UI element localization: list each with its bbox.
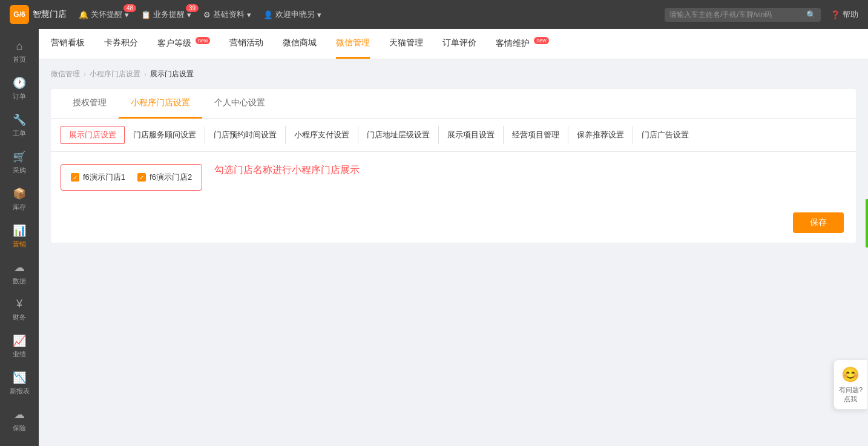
tab-auth[interactable]: 授权管理 <box>61 89 119 119</box>
topnav-item-task[interactable]: 📋 业务提醒 39 ▾ <box>141 9 191 20</box>
secnav-activity[interactable]: 营销活动 <box>229 29 263 59</box>
subtab-maintenance[interactable]: 保养推荐设置 <box>568 126 633 144</box>
sidebar-item-purchase[interactable]: 🛒 采购 <box>0 144 39 181</box>
store-label-2: f6演示门店2 <box>150 172 192 183</box>
save-button[interactable]: 保存 <box>793 212 844 233</box>
tab-personal[interactable]: 个人中心设置 <box>202 89 277 119</box>
topnav-item-user[interactable]: 👤 欢迎申晓另 ▾ <box>263 9 321 20</box>
subtab-booking-time[interactable]: 门店预约时间设置 <box>205 126 286 144</box>
subtab-display-items[interactable]: 展示项目设置 <box>439 126 504 144</box>
main-layout: ⌂ 首页 🕐 订单 🔧 工单 🛒 采购 📦 库存 📊 营销 ☁ 数据 ¥ <box>0 29 868 446</box>
search-area: 🔍 <box>665 8 821 22</box>
bell-badge: 48 <box>123 4 136 12</box>
report-icon: 📉 <box>13 371 26 384</box>
store-checkbox-2[interactable]: ✓ <box>137 173 146 182</box>
insurance-icon: ☁ <box>14 408 25 421</box>
secnav-level[interactable]: 客户等级 new <box>157 29 210 59</box>
home-icon: ⌂ <box>16 40 23 53</box>
level-badge: new <box>196 37 211 44</box>
checkmark-icon-1: ✓ <box>73 174 77 181</box>
store-item-1[interactable]: ✓ f6演示门店1 <box>71 172 125 183</box>
help-widget[interactable]: 😊 有问题? 点我 <box>833 359 868 410</box>
workorder-icon: 🔧 <box>13 113 26 126</box>
sidebar-item-marketing[interactable]: 📊 营销 <box>0 218 39 255</box>
tabs-row: 授权管理 小程序门店设置 个人中心设置 <box>51 89 856 119</box>
breadcrumb: 微信管理 › 小程序门店设置 › 展示门店设置 <box>51 69 856 79</box>
stores-box: ✓ f6演示门店1 ✓ f6演示门店2 <box>61 164 202 191</box>
data-icon: ☁ <box>14 261 25 274</box>
topnav-item-bell[interactable]: 🔔 关怀提醒 48 ▾ <box>79 9 129 20</box>
subtab-biz-mgmt[interactable]: 经营项目管理 <box>504 126 568 144</box>
subtab-display-store[interactable]: 展示门店设置 <box>61 126 125 144</box>
store-item-2[interactable]: ✓ f6演示门店2 <box>137 172 192 183</box>
user-icon: 👤 <box>263 10 273 19</box>
finance-icon: ¥ <box>16 298 22 310</box>
stock-icon: 📦 <box>13 187 26 200</box>
top-navigation: G/6 智慧门店 🔔 关怀提醒 48 ▾ 📋 业务提醒 39 ▾ ⚙ 基础资料 … <box>0 0 868 29</box>
store-list-area: ✓ f6演示门店1 ✓ f6演示门店2 勾选门店名称进行小程序门店展示 <box>51 152 856 203</box>
sidebar-item-stock[interactable]: 📦 库存 <box>0 181 39 218</box>
sidebar-item-performance[interactable]: 📈 业绩 <box>0 328 39 365</box>
sub-tabs-row: 展示门店设置 门店服务顾问设置 门店预约时间设置 小程序支付设置 门店地址层级设… <box>51 119 856 152</box>
app-title: 智慧门店 <box>33 9 67 20</box>
sidebar-item-workorder[interactable]: 🔧 工单 <box>0 107 39 144</box>
task-badge: 39 <box>186 4 199 12</box>
sidebar-item-report[interactable]: 📉 新报表 <box>0 365 39 402</box>
checkmark-icon-2: ✓ <box>139 174 144 181</box>
breadcrumb-current: 展示门店设置 <box>150 69 194 79</box>
task-icon: 📋 <box>141 10 151 19</box>
chevron-down-icon: ▾ <box>317 10 321 19</box>
sidebar: ⌂ 首页 🕐 订单 🔧 工单 🛒 采购 📦 库存 📊 营销 ☁ 数据 ¥ <box>0 29 39 446</box>
secnav-wechat-mgmt[interactable]: 微信管理 <box>336 29 370 59</box>
order-icon: 🕐 <box>13 76 26 90</box>
breadcrumb-link-miniapp[interactable]: 小程序门店设置 <box>90 69 140 79</box>
purchase-icon: 🛒 <box>13 150 26 163</box>
secnav-tmall[interactable]: 天猫管理 <box>389 29 423 59</box>
subtab-address-level[interactable]: 门店地址层级设置 <box>358 126 439 144</box>
content-area: 营销看板 卡券积分 客户等级 new 营销活动 微信商城 微信管理 天猫管理 <box>39 29 868 446</box>
marketing-icon: 📊 <box>13 224 26 237</box>
breadcrumb-link-wechat[interactable]: 微信管理 <box>51 69 80 79</box>
green-status-bar <box>866 199 868 248</box>
main-card: 授权管理 小程序门店设置 个人中心设置 展示门店设置 门店服务顾问设置 <box>51 89 856 243</box>
subtab-ad-settings[interactable]: 门店广告设置 <box>633 126 697 144</box>
secondary-nav: 营销看板 卡券积分 客户等级 new 营销活动 微信商城 微信管理 天猫管理 <box>39 29 868 59</box>
logo-icon: G/6 <box>10 5 29 24</box>
performance-icon: 📈 <box>13 334 26 347</box>
help-widget-text: 有问题? 点我 <box>839 385 863 403</box>
secnav-review[interactable]: 订单评价 <box>442 29 476 59</box>
question-icon: ❓ <box>830 10 840 19</box>
breadcrumb-sep-2: › <box>144 70 146 79</box>
sidebar-item-order[interactable]: 🕐 订单 <box>0 70 39 107</box>
sidebar-item-finance[interactable]: ¥ 财务 <box>0 292 39 328</box>
store-hint: 勾选门店名称进行小程序门店展示 <box>214 164 360 177</box>
tab-miniapp-store[interactable]: 小程序门店设置 <box>119 89 202 119</box>
secnav-wechat-shop[interactable]: 微信商城 <box>283 29 317 59</box>
secnav-cards[interactable]: 卡券积分 <box>104 29 138 59</box>
topnav-item-settings[interactable]: ⚙ 基础资料 ▾ <box>203 9 251 20</box>
sidebar-item-insurance[interactable]: ☁ 保险 <box>0 402 39 439</box>
subtab-service-advisor[interactable]: 门店服务顾问设置 <box>125 126 205 144</box>
gear-icon: ⚙ <box>203 10 211 19</box>
subtab-miniapp-pay[interactable]: 小程序支付设置 <box>286 126 358 144</box>
sidebar-item-home[interactable]: ⌂ 首页 <box>0 34 39 70</box>
top-nav-items: 🔔 关怀提醒 48 ▾ 📋 业务提醒 39 ▾ ⚙ 基础资料 ▾ 👤 欢迎申晓另… <box>79 9 665 20</box>
customer-badge: new <box>534 37 549 44</box>
secnav-dashboard[interactable]: 营销看板 <box>51 29 85 59</box>
help-area[interactable]: ❓ 帮助 <box>830 9 858 20</box>
store-checkbox-1[interactable]: ✓ <box>71 173 79 182</box>
bell-icon: 🔔 <box>79 10 88 19</box>
chevron-down-icon: ▾ <box>247 10 251 19</box>
breadcrumb-sep-1: › <box>84 70 86 79</box>
search-icon[interactable]: 🔍 <box>806 10 816 19</box>
page-content: 微信管理 › 小程序门店设置 › 展示门店设置 授权管理 小程序门店设置 <box>39 59 868 446</box>
secnav-customer[interactable]: 客情维护 new <box>496 29 548 59</box>
store-label-1: f6演示门店1 <box>83 172 125 183</box>
sidebar-item-data[interactable]: ☁ 数据 <box>0 255 39 292</box>
help-smile-icon: 😊 <box>841 366 860 383</box>
logo-area[interactable]: G/6 智慧门店 <box>10 5 67 24</box>
save-btn-area: 保存 <box>51 203 856 243</box>
search-input[interactable] <box>669 10 803 19</box>
